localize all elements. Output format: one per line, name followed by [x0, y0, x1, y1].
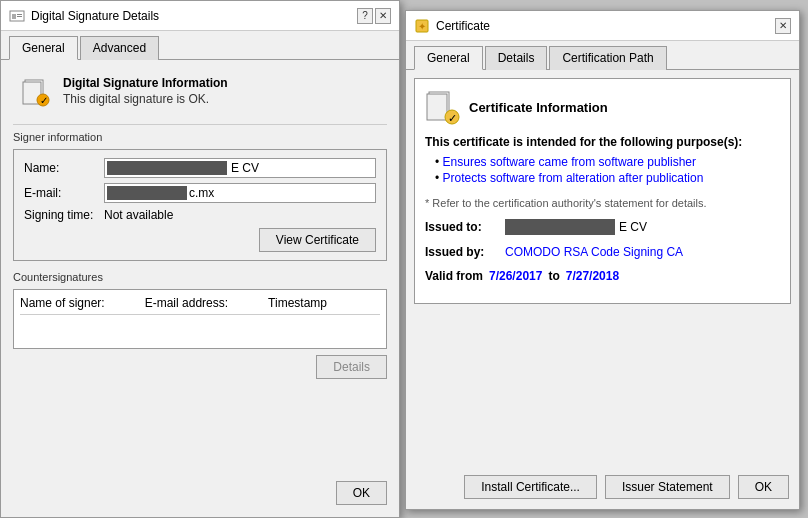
signer-section-label: Signer information [13, 131, 387, 143]
dialog1-help-btn[interactable]: ? [357, 8, 373, 24]
valid-until-date: 7/27/2018 [566, 269, 619, 283]
dialog2-titlebar: ✦ Certificate ✕ [406, 11, 799, 41]
dialog2-tabs: General Details Certification Path [406, 41, 799, 70]
countersig-col-timestamp: Timestamp [268, 296, 327, 310]
svg-text:✦: ✦ [418, 21, 426, 32]
svg-rect-2 [17, 14, 22, 15]
svg-rect-3 [17, 16, 22, 17]
dialog1-titlebar: Digital Signature Details ? ✕ [1, 1, 399, 31]
signature-icon: ✓ [21, 76, 53, 108]
issued-by-row: Issued by: COMODO RSA Code Signing CA [425, 245, 780, 259]
view-certificate-button[interactable]: View Certificate [259, 228, 376, 252]
signature-info-heading: Digital Signature Information [63, 76, 228, 90]
name-label: Name: [24, 161, 104, 175]
email-suffix: c.mx [189, 186, 214, 200]
tab-advanced[interactable]: Advanced [80, 36, 159, 60]
install-certificate-button[interactable]: Install Certificate... [464, 475, 597, 499]
tab-cert-path[interactable]: Certification Path [549, 46, 666, 70]
signing-time-label: Signing time: [24, 208, 104, 222]
digital-signature-dialog: Digital Signature Details ? ✕ General Ad… [0, 0, 400, 518]
issued-to-suffix: E CV [619, 220, 647, 234]
valid-to-word: to [548, 269, 559, 283]
dialog2-footer: Install Certificate... Issuer Statement … [464, 475, 789, 499]
cert-purpose-item-1: Protects software from alteration after … [435, 171, 780, 185]
tab-cert-general[interactable]: General [414, 46, 483, 70]
dialog1-content: ✓ Digital Signature Information This dig… [1, 60, 399, 387]
svg-rect-11 [427, 94, 447, 120]
countersig-header: Name of signer: E-mail address: Timestam… [20, 296, 380, 315]
cert-purpose-list: Ensures software came from software publ… [425, 155, 780, 185]
email-field-row: E-mail: c.mx [24, 183, 376, 203]
dialog1-icon [9, 8, 25, 24]
svg-text:✓: ✓ [448, 112, 457, 124]
countersig-col-email: E-mail address: [145, 296, 228, 310]
email-label: E-mail: [24, 186, 104, 200]
certificate-dialog: ✦ Certificate ✕ General Details Certific… [405, 10, 800, 510]
svg-text:✓: ✓ [40, 95, 48, 106]
cert-info-panel: ✓ Certificate Information This certifica… [414, 78, 791, 304]
svg-rect-1 [12, 14, 16, 19]
cert-note: * Refer to the certification authority's… [425, 197, 780, 209]
cert-info-icon: ✓ [425, 89, 461, 125]
countersig-box: Name of signer: E-mail address: Timestam… [13, 289, 387, 349]
signature-info-status: This digital signature is OK. [63, 92, 228, 106]
dialog1-tabs: General Advanced [1, 31, 399, 60]
countersig-label: Countersignatures [13, 271, 387, 283]
tab-general[interactable]: General [9, 36, 78, 60]
valid-from-row: Valid from 7/26/2017 to 7/27/2018 [425, 269, 780, 283]
valid-from-label: Valid from [425, 269, 483, 283]
signing-time-row: Signing time: Not available [24, 208, 376, 222]
signature-info-text: Digital Signature Information This digit… [63, 76, 228, 106]
dialog2-icon: ✦ [414, 18, 430, 34]
dialog2-ok-button[interactable]: OK [738, 475, 789, 499]
dialog1-footer: OK [336, 481, 387, 505]
issued-to-row: Issued to: E CV [425, 219, 780, 235]
details-button[interactable]: Details [316, 355, 387, 379]
cert-info-header: ✓ Certificate Information [425, 89, 780, 125]
dialog1-title: Digital Signature Details [31, 9, 159, 23]
dialog2-close-btn[interactable]: ✕ [775, 18, 791, 34]
dialog1-close-btn[interactable]: ✕ [375, 8, 391, 24]
dialog2-title: Certificate [436, 19, 490, 33]
issued-by-value: COMODO RSA Code Signing CA [505, 245, 683, 259]
name-suffix: E CV [231, 161, 259, 175]
tab-cert-details[interactable]: Details [485, 46, 548, 70]
cert-info-title: Certificate Information [469, 100, 608, 115]
issuer-statement-button[interactable]: Issuer Statement [605, 475, 730, 499]
signing-time-value: Not available [104, 208, 173, 222]
dialog1-ok-button[interactable]: OK [336, 481, 387, 505]
signer-info-group: Name: E CV E-mail: c.mx Signing [13, 149, 387, 261]
countersig-col-name: Name of signer: [20, 296, 105, 310]
name-field-row: Name: E CV [24, 158, 376, 178]
issued-by-label: Issued by: [425, 245, 505, 259]
cert-purpose-heading: This certificate is intended for the fol… [425, 135, 780, 149]
signature-info-section: ✓ Digital Signature Information This dig… [13, 68, 387, 116]
issued-to-label: Issued to: [425, 220, 505, 234]
cert-purpose-item-0: Ensures software came from software publ… [435, 155, 780, 169]
valid-from-date: 7/26/2017 [489, 269, 542, 283]
